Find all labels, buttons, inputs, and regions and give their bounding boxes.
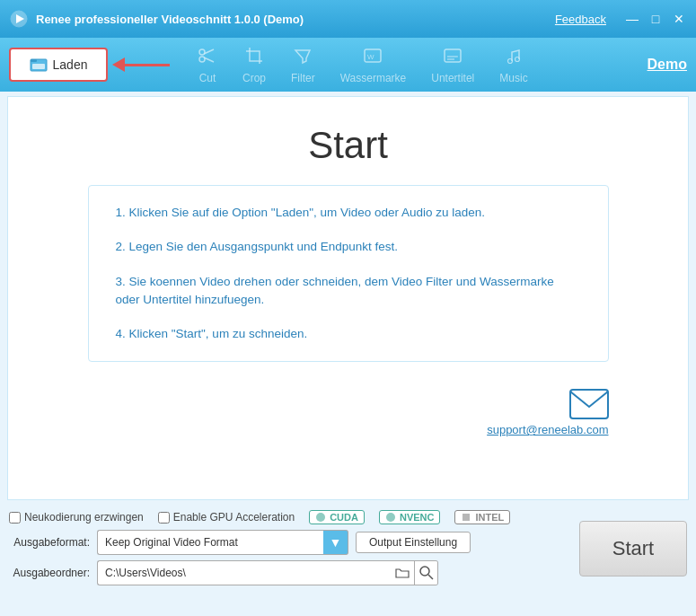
laden-label: Laden xyxy=(53,57,88,72)
toolbar-crop[interactable]: Crop xyxy=(232,42,277,88)
toolbar-wassermarke[interactable]: W Wassermarke xyxy=(330,42,418,88)
svg-rect-4 xyxy=(32,64,45,69)
subtitle-icon xyxy=(443,46,463,70)
folder-icon-button[interactable] xyxy=(391,561,414,585)
laden-button[interactable]: Laden xyxy=(9,48,108,82)
page-title: Start xyxy=(308,124,388,167)
titlebar: Renee professioneller Videoschnitt 1.0.0… xyxy=(0,0,696,38)
feedback-link[interactable]: Feedback xyxy=(555,13,606,26)
gpu-checkbox[interactable] xyxy=(158,512,170,524)
music-icon xyxy=(504,46,524,70)
neukodierung-label[interactable]: Neukodierung erzwingen xyxy=(9,511,144,524)
crop-label: Crop xyxy=(242,72,266,84)
minimize-button[interactable]: — xyxy=(624,11,640,27)
instruction-4: 4. Klicken "Start", um zu schneiden. xyxy=(116,325,581,343)
close-button[interactable]: ✕ xyxy=(671,11,687,27)
arrow-indicator xyxy=(112,57,170,72)
format-select-wrap: Keep Original Video Format ▼ xyxy=(97,530,348,555)
path-label: Ausgabeordner: xyxy=(9,567,90,579)
scissors-icon xyxy=(198,46,217,70)
svg-rect-16 xyxy=(445,49,461,62)
watermark-icon: W xyxy=(363,46,383,70)
format-select[interactable]: Keep Original Video Format xyxy=(97,530,323,555)
svg-rect-3 xyxy=(31,59,37,62)
crop-icon xyxy=(244,46,264,70)
format-label: Ausgabeformat: xyxy=(9,536,90,549)
window-controls: — □ ✕ xyxy=(624,11,687,27)
arrow-shaft xyxy=(125,64,170,66)
format-dropdown-btn[interactable]: ▼ xyxy=(323,530,348,555)
demo-label[interactable]: Demo xyxy=(648,57,687,73)
support-email-link[interactable]: support@reneelab.com xyxy=(487,423,608,436)
music-label: Music xyxy=(499,72,527,84)
svg-text:W: W xyxy=(367,53,374,61)
toolbar-cut[interactable]: Cut xyxy=(187,42,228,88)
toolbar: Laden Cut Crop xyxy=(0,38,696,92)
start-button[interactable]: Start xyxy=(579,521,687,576)
email-icon xyxy=(569,389,609,419)
neukodierung-checkbox[interactable] xyxy=(9,512,21,524)
support-section: support@reneelab.com xyxy=(88,389,609,436)
path-wrap xyxy=(97,560,438,585)
svg-rect-9 xyxy=(250,51,260,61)
gpu-label[interactable]: Enable GPU Acceleration xyxy=(158,511,295,524)
filter-icon xyxy=(293,46,313,70)
svg-rect-24 xyxy=(463,514,470,521)
intel-badge: INTEL xyxy=(454,510,510,524)
instructions-box: 1. Klicken Sie auf die Option "Laden", u… xyxy=(88,185,609,362)
filter-label: Filter xyxy=(291,72,315,84)
svg-line-26 xyxy=(428,575,433,579)
path-icons xyxy=(391,560,438,585)
instruction-2: 2. Legen Sie den Ausgangspunkt und Endpu… xyxy=(116,238,581,256)
arrow-head xyxy=(112,57,125,72)
app-logo xyxy=(9,9,29,29)
maximize-button[interactable]: □ xyxy=(648,11,664,27)
toolbar-untertitel[interactable]: Untertitel xyxy=(420,42,485,88)
toolbar-music[interactable]: Music xyxy=(489,42,538,88)
gpu-text: Enable GPU Acceleration xyxy=(173,511,295,524)
bottom-container: Neukodierung erzwingen Enable GPU Accele… xyxy=(0,505,696,589)
toolbar-filter[interactable]: Filter xyxy=(280,42,326,88)
cut-label: Cut xyxy=(199,72,216,84)
svg-rect-21 xyxy=(570,390,608,418)
instruction-1: 1. Klicken Sie auf die Option "Laden", u… xyxy=(116,204,581,222)
nvenc-badge: NVENC xyxy=(379,510,441,524)
wassermarke-label: Wassermarke xyxy=(340,72,407,84)
neukodierung-text: Neukodierung erzwingen xyxy=(24,511,144,524)
untertitel-label: Untertitel xyxy=(431,72,474,84)
search-icon-button[interactable] xyxy=(414,561,437,585)
path-input[interactable] xyxy=(97,560,391,585)
svg-point-23 xyxy=(386,513,395,522)
cuda-badge: CUDA xyxy=(309,510,365,524)
svg-point-25 xyxy=(420,567,429,576)
instruction-3: 3. Sie koennen Video drehen oder schneid… xyxy=(116,273,581,310)
svg-point-22 xyxy=(316,513,325,522)
app-title: Renee professioneller Videoschnitt 1.0.0… xyxy=(36,13,555,26)
output-einstellung-button[interactable]: Output Einstellung xyxy=(356,532,471,553)
main-content: Start 1. Klicken Sie auf die Option "Lad… xyxy=(7,96,689,500)
